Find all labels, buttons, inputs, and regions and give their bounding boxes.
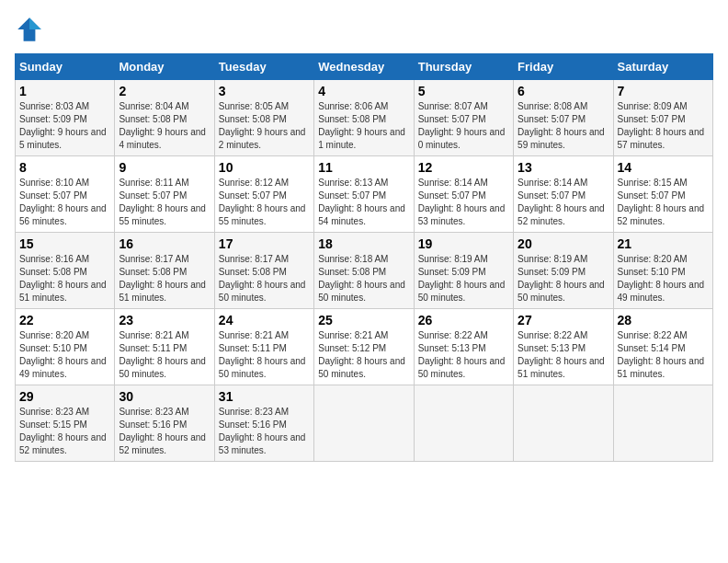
day-number: 20 — [518, 236, 609, 251]
day-number: 31 — [219, 389, 310, 404]
day-info: Sunrise: 8:06 AM Sunset: 5:08 PM Dayligh… — [318, 100, 409, 152]
day-info: Sunrise: 8:07 AM Sunset: 5:07 PM Dayligh… — [418, 100, 509, 152]
day-number: 23 — [119, 313, 210, 327]
weekday-header-monday: Monday — [115, 54, 214, 80]
calendar-cell: 29 Sunrise: 8:23 AM Sunset: 5:15 PM Dayl… — [16, 385, 115, 462]
calendar-cell: 10 Sunrise: 8:12 AM Sunset: 5:07 PM Dayl… — [214, 156, 313, 233]
calendar-cell: 25 Sunrise: 8:21 AM Sunset: 5:12 PM Dayl… — [314, 309, 414, 385]
calendar-cell: 19 Sunrise: 8:19 AM Sunset: 5:09 PM Dayl… — [414, 233, 513, 309]
weekday-header-wednesday: Wednesday — [314, 54, 414, 80]
day-number: 21 — [618, 236, 709, 251]
calendar-cell — [613, 385, 712, 462]
calendar-week-1: 1 Sunrise: 8:03 AM Sunset: 5:09 PM Dayli… — [16, 80, 713, 156]
day-info: Sunrise: 8:03 AM Sunset: 5:09 PM Dayligh… — [19, 100, 110, 152]
day-number: 27 — [518, 313, 609, 327]
calendar-cell: 23 Sunrise: 8:21 AM Sunset: 5:11 PM Dayl… — [115, 309, 214, 385]
calendar-cell — [514, 385, 613, 462]
day-number: 4 — [318, 84, 409, 98]
logo — [15, 15, 48, 44]
day-number: 10 — [219, 160, 310, 175]
day-number: 29 — [19, 389, 110, 404]
calendar-week-2: 8 Sunrise: 8:10 AM Sunset: 5:07 PM Dayli… — [16, 156, 713, 233]
calendar-header: SundayMondayTuesdayWednesdayThursdayFrid… — [16, 54, 713, 80]
day-info: Sunrise: 8:18 AM Sunset: 5:08 PM Dayligh… — [318, 253, 409, 304]
weekday-header-saturday: Saturday — [613, 54, 712, 80]
calendar-cell: 6 Sunrise: 8:08 AM Sunset: 5:07 PM Dayli… — [514, 80, 613, 156]
day-info: Sunrise: 8:23 AM Sunset: 5:15 PM Dayligh… — [19, 406, 110, 457]
day-number: 5 — [418, 84, 509, 98]
day-info: Sunrise: 8:08 AM Sunset: 5:07 PM Dayligh… — [518, 100, 609, 152]
day-number: 22 — [19, 313, 110, 327]
day-info: Sunrise: 8:12 AM Sunset: 5:07 PM Dayligh… — [219, 177, 310, 228]
calendar-cell: 1 Sunrise: 8:03 AM Sunset: 5:09 PM Dayli… — [16, 80, 115, 156]
day-info: Sunrise: 8:09 AM Sunset: 5:07 PM Dayligh… — [618, 100, 709, 152]
day-info: Sunrise: 8:21 AM Sunset: 5:11 PM Dayligh… — [119, 329, 210, 381]
calendar-cell: 2 Sunrise: 8:04 AM Sunset: 5:08 PM Dayli… — [115, 80, 214, 156]
day-info: Sunrise: 8:15 AM Sunset: 5:07 PM Dayligh… — [618, 177, 709, 228]
day-number: 1 — [19, 84, 110, 98]
day-info: Sunrise: 8:20 AM Sunset: 5:10 PM Dayligh… — [618, 253, 709, 304]
page-header — [15, 15, 713, 44]
day-info: Sunrise: 8:13 AM Sunset: 5:07 PM Dayligh… — [318, 177, 409, 228]
day-info: Sunrise: 8:19 AM Sunset: 5:09 PM Dayligh… — [518, 253, 609, 304]
day-number: 30 — [119, 389, 210, 404]
svg-marker-1 — [29, 17, 41, 29]
calendar-cell: 11 Sunrise: 8:13 AM Sunset: 5:07 PM Dayl… — [314, 156, 414, 233]
weekday-header-sunday: Sunday — [16, 54, 115, 80]
logo-icon — [15, 15, 44, 44]
calendar-cell: 31 Sunrise: 8:23 AM Sunset: 5:16 PM Dayl… — [214, 385, 313, 462]
day-info: Sunrise: 8:16 AM Sunset: 5:08 PM Dayligh… — [19, 253, 110, 304]
calendar-cell: 16 Sunrise: 8:17 AM Sunset: 5:08 PM Dayl… — [115, 233, 214, 309]
day-number: 2 — [119, 84, 210, 98]
day-info: Sunrise: 8:17 AM Sunset: 5:08 PM Dayligh… — [219, 253, 310, 304]
calendar-cell: 13 Sunrise: 8:14 AM Sunset: 5:07 PM Dayl… — [514, 156, 613, 233]
calendar-cell: 8 Sunrise: 8:10 AM Sunset: 5:07 PM Dayli… — [16, 156, 115, 233]
day-number: 19 — [418, 236, 509, 251]
calendar-week-3: 15 Sunrise: 8:16 AM Sunset: 5:08 PM Dayl… — [16, 233, 713, 309]
day-number: 12 — [418, 160, 509, 175]
calendar-cell: 30 Sunrise: 8:23 AM Sunset: 5:16 PM Dayl… — [115, 385, 214, 462]
calendar-cell: 27 Sunrise: 8:22 AM Sunset: 5:13 PM Dayl… — [514, 309, 613, 385]
day-number: 18 — [318, 236, 409, 251]
weekday-header-tuesday: Tuesday — [214, 54, 313, 80]
day-info: Sunrise: 8:22 AM Sunset: 5:13 PM Dayligh… — [418, 329, 509, 381]
calendar-cell: 5 Sunrise: 8:07 AM Sunset: 5:07 PM Dayli… — [414, 80, 513, 156]
day-info: Sunrise: 8:14 AM Sunset: 5:07 PM Dayligh… — [418, 177, 509, 228]
calendar-cell: 12 Sunrise: 8:14 AM Sunset: 5:07 PM Dayl… — [414, 156, 513, 233]
day-info: Sunrise: 8:22 AM Sunset: 5:13 PM Dayligh… — [518, 329, 609, 381]
calendar-cell — [314, 385, 414, 462]
day-number: 28 — [618, 313, 709, 327]
calendar-cell: 24 Sunrise: 8:21 AM Sunset: 5:11 PM Dayl… — [214, 309, 313, 385]
day-number: 16 — [119, 236, 210, 251]
day-info: Sunrise: 8:19 AM Sunset: 5:09 PM Dayligh… — [418, 253, 509, 304]
day-number: 3 — [219, 84, 310, 98]
weekday-header-thursday: Thursday — [414, 54, 513, 80]
day-info: Sunrise: 8:21 AM Sunset: 5:11 PM Dayligh… — [219, 329, 310, 381]
calendar-cell: 14 Sunrise: 8:15 AM Sunset: 5:07 PM Dayl… — [613, 156, 712, 233]
day-info: Sunrise: 8:11 AM Sunset: 5:07 PM Dayligh… — [119, 177, 210, 228]
calendar-cell: 18 Sunrise: 8:18 AM Sunset: 5:08 PM Dayl… — [314, 233, 414, 309]
calendar-cell: 26 Sunrise: 8:22 AM Sunset: 5:13 PM Dayl… — [414, 309, 513, 385]
day-info: Sunrise: 8:21 AM Sunset: 5:12 PM Dayligh… — [318, 329, 409, 381]
day-info: Sunrise: 8:20 AM Sunset: 5:10 PM Dayligh… — [19, 329, 110, 381]
calendar-cell: 28 Sunrise: 8:22 AM Sunset: 5:14 PM Dayl… — [613, 309, 712, 385]
calendar-cell: 17 Sunrise: 8:17 AM Sunset: 5:08 PM Dayl… — [214, 233, 313, 309]
calendar-cell: 4 Sunrise: 8:06 AM Sunset: 5:08 PM Dayli… — [314, 80, 414, 156]
calendar-cell: 21 Sunrise: 8:20 AM Sunset: 5:10 PM Dayl… — [613, 233, 712, 309]
weekday-header-friday: Friday — [514, 54, 613, 80]
calendar-cell: 22 Sunrise: 8:20 AM Sunset: 5:10 PM Dayl… — [16, 309, 115, 385]
day-number: 8 — [19, 160, 110, 175]
day-number: 15 — [19, 236, 110, 251]
day-number: 24 — [219, 313, 310, 327]
day-number: 7 — [618, 84, 709, 98]
day-number: 17 — [219, 236, 310, 251]
day-info: Sunrise: 8:14 AM Sunset: 5:07 PM Dayligh… — [518, 177, 609, 228]
day-number: 9 — [119, 160, 210, 175]
calendar-cell: 9 Sunrise: 8:11 AM Sunset: 5:07 PM Dayli… — [115, 156, 214, 233]
calendar-cell: 3 Sunrise: 8:05 AM Sunset: 5:08 PM Dayli… — [214, 80, 313, 156]
calendar-cell: 15 Sunrise: 8:16 AM Sunset: 5:08 PM Dayl… — [16, 233, 115, 309]
day-number: 14 — [618, 160, 709, 175]
calendar-week-4: 22 Sunrise: 8:20 AM Sunset: 5:10 PM Dayl… — [16, 309, 713, 385]
calendar-week-5: 29 Sunrise: 8:23 AM Sunset: 5:15 PM Dayl… — [16, 385, 713, 462]
calendar-cell: 7 Sunrise: 8:09 AM Sunset: 5:07 PM Dayli… — [613, 80, 712, 156]
